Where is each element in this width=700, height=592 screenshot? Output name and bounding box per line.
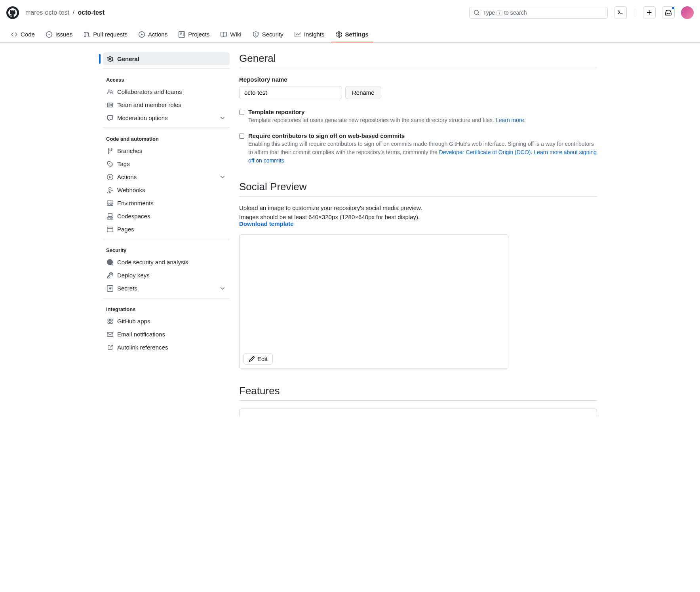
github-logo[interactable] [6,6,19,19]
signoff-desc: Enabling this setting will require contr… [248,140,597,165]
sidebar-item-team-and-member-roles[interactable]: Team and member roles [103,98,230,111]
linkext-icon [107,344,113,351]
sidebar-item-label: Email notifications [117,331,165,338]
shield-icon [253,31,259,38]
sidebar-item-general[interactable]: General [103,52,230,65]
project-icon [179,31,185,38]
pencil-icon [249,356,255,362]
command-palette-button[interactable] [614,6,627,19]
owner-link[interactable]: mares-octo-test [25,9,69,16]
comment-icon [107,115,113,121]
divider [239,196,597,197]
features-title: Features [239,385,597,397]
sidebar-item-label: Code security and analysis [117,259,188,265]
people-icon [107,89,113,95]
sidebar-item-deploy-keys[interactable]: Deploy keys [103,269,230,282]
template-checkbox[interactable] [239,110,244,115]
download-template-link[interactable]: Download template [239,220,294,227]
pr-icon [84,31,90,38]
sidebar-item-email-notifications[interactable]: Email notifications [103,328,230,341]
sidebar-item-autolink-references[interactable]: Autolink references [103,341,230,354]
sidebar-item-label: Environments [117,200,154,206]
sidebar-item-codespaces[interactable]: Codespaces [103,210,230,223]
tab-insights[interactable]: Insights [290,27,329,42]
sidebar-item-webhooks[interactable]: Webhooks [103,183,230,197]
book-icon [221,31,227,38]
sidebar-item-label: Actions [117,174,137,180]
search-text: Type / to search [483,10,527,16]
repo-nav: CodeIssuesPull requestsActionsProjectsWi… [0,27,700,43]
page-title: General [239,52,597,65]
sidebar-item-pages[interactable]: Pages [103,223,230,236]
codescan-icon [107,259,113,265]
tab-security[interactable]: Security [248,27,288,42]
divider [635,9,635,17]
tab-wiki[interactable]: Wiki [216,27,246,42]
mail-icon [107,331,113,338]
main-content: General Repository name Rename Template … [239,52,597,416]
social-desc2: Images should be at least 640×320px (128… [239,214,597,227]
chevron-down-icon [219,115,226,121]
repo-name-input[interactable] [239,86,342,99]
create-button[interactable] [643,6,656,19]
avatar[interactable] [681,6,694,19]
tab-code[interactable]: Code [6,27,40,42]
tab-pull-requests[interactable]: Pull requests [79,27,132,42]
tab-settings[interactable]: Settings [331,27,373,42]
divider [239,68,597,68]
graph-icon [295,31,301,38]
tab-label: Insights [304,31,325,38]
dco-link[interactable]: Developer Certificate of Origin (DCO) [439,149,531,155]
chevron-down-icon [219,174,226,180]
rename-button[interactable]: Rename [345,86,381,99]
sidebar-item-github-apps[interactable]: GitHub apps [103,315,230,328]
sidebar-item-collaborators-and-teams[interactable]: Collaborators and teams [103,85,230,98]
tab-label: Code [21,31,35,38]
sidebar-item-label: Branches [117,147,142,154]
sidebar-item-label: Moderation options [117,115,168,121]
sidebar-item-label: Webhooks [117,187,145,193]
codespace-icon [107,213,113,220]
asterisk-icon [107,285,113,292]
terminal-icon [617,10,624,16]
sidebar-item-tags[interactable]: Tags [103,157,230,170]
tab-actions[interactable]: Actions [134,27,172,42]
server-icon [107,200,113,206]
sidebar-item-moderation-options[interactable]: Moderation options [103,111,230,124]
signoff-checkbox[interactable] [239,134,244,139]
sidebar-item-label: Deploy keys [117,272,150,279]
sidebar-item-label: Secrets [117,285,137,292]
sidebar-heading-security: Security [103,243,230,256]
issue-icon [46,31,52,38]
sidebar-item-secrets[interactable]: Secrets [103,282,230,295]
browser-icon [107,226,113,233]
signoff-title: Require contributors to sign off on web-… [248,132,597,139]
template-title: Template repository [248,109,525,115]
sidebar-item-label: Collaborators and teams [117,88,182,95]
tab-label: Pull requests [93,31,127,38]
sidebar-item-label: Autolink references [117,344,168,351]
tab-issues[interactable]: Issues [41,27,77,42]
branch-icon [107,148,113,154]
sidebar-item-label: Codespaces [117,213,150,220]
template-desc: Template repositories let users generate… [248,116,525,124]
repo-link[interactable]: octo-test [78,9,105,16]
sidebar-item-label: Tags [117,160,130,167]
tag-icon [107,161,113,167]
notifications-button[interactable] [662,6,675,19]
sidebar-item-label: Pages [117,226,134,233]
tab-label: Projects [188,31,209,38]
tab-label: Actions [148,31,167,38]
notification-dot [671,6,675,10]
sidebar-item-actions[interactable]: Actions [103,170,230,183]
search-input[interactable]: Type / to search [469,7,608,19]
webhook-icon [107,187,113,193]
tab-projects[interactable]: Projects [174,27,214,42]
learn-more-link[interactable]: Learn more [496,117,524,123]
sidebar-heading-access: Access [103,72,230,85]
gear-icon [336,31,342,38]
edit-button[interactable]: Edit [243,353,273,365]
sidebar-item-code-security-and-analysis[interactable]: Code security and analysis [103,256,230,269]
sidebar-item-branches[interactable]: Branches [103,144,230,157]
sidebar-item-environments[interactable]: Environments [103,197,230,210]
